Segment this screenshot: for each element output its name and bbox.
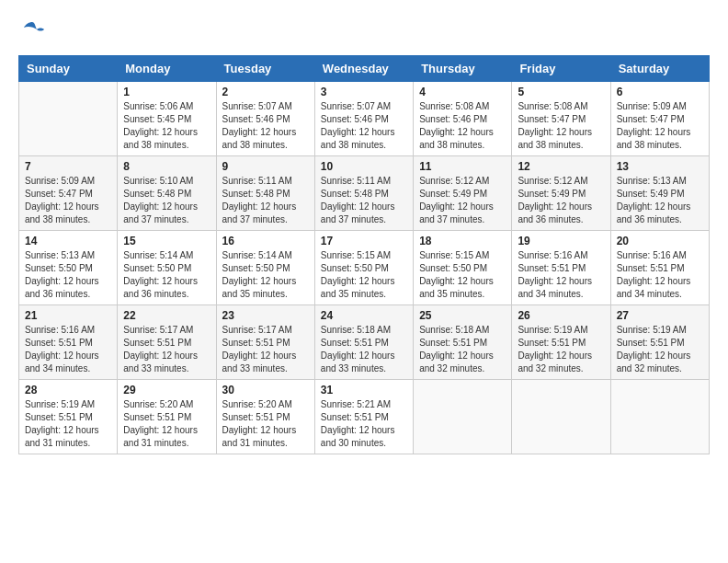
day-info: Sunrise: 5:20 AMSunset: 5:51 PMDaylight:… <box>123 398 210 450</box>
daylight-text-cont: and 38 minutes. <box>321 139 407 152</box>
daylight-text-cont: and 30 minutes. <box>321 437 407 450</box>
day-number: 3 <box>321 86 407 98</box>
daylight-text-cont: and 38 minutes. <box>518 139 604 152</box>
daylight-text-cont: and 36 minutes. <box>123 288 210 301</box>
sunrise-text: Sunrise: 5:11 AM <box>321 175 407 188</box>
daylight-text-cont: and 37 minutes. <box>321 213 407 226</box>
daylight-text-cont: and 34 minutes. <box>25 362 111 375</box>
sunset-text: Sunset: 5:45 PM <box>123 113 210 126</box>
sunrise-text: Sunrise: 5:15 AM <box>419 249 506 262</box>
day-number: 25 <box>419 309 506 322</box>
daylight-text: Daylight: 12 hours <box>321 275 407 288</box>
daylight-text-cont: and 35 minutes. <box>222 288 309 301</box>
calendar-cell: 13Sunrise: 5:13 AMSunset: 5:49 PMDayligh… <box>610 156 709 231</box>
sunset-text: Sunset: 5:47 PM <box>518 113 604 126</box>
day-info: Sunrise: 5:11 AMSunset: 5:48 PMDaylight:… <box>321 175 407 226</box>
day-number: 23 <box>222 309 309 322</box>
calendar-cell: 9Sunrise: 5:11 AMSunset: 5:48 PMDaylight… <box>216 156 314 231</box>
daylight-text: Daylight: 12 hours <box>419 201 506 213</box>
daylight-text: Daylight: 12 hours <box>419 126 506 139</box>
day-info: Sunrise: 5:18 AMSunset: 5:51 PMDaylight:… <box>419 324 506 375</box>
day-number: 9 <box>222 160 309 173</box>
day-info: Sunrise: 5:16 AMSunset: 5:51 PMDaylight:… <box>518 249 604 301</box>
sunset-text: Sunset: 5:47 PM <box>25 188 111 201</box>
day-info: Sunrise: 5:17 AMSunset: 5:51 PMDaylight:… <box>222 324 309 375</box>
daylight-text-cont: and 36 minutes. <box>518 213 604 226</box>
day-number: 18 <box>419 235 506 247</box>
daylight-text: Daylight: 12 hours <box>518 350 604 362</box>
calendar-cell: 3Sunrise: 5:07 AMSunset: 5:46 PMDaylight… <box>314 82 413 156</box>
day-number: 22 <box>123 309 210 322</box>
day-number: 26 <box>518 309 604 322</box>
day-info: Sunrise: 5:08 AMSunset: 5:47 PMDaylight:… <box>518 100 604 152</box>
sunset-text: Sunset: 5:51 PM <box>617 337 703 350</box>
daylight-text-cont: and 32 minutes. <box>617 362 703 375</box>
sunrise-text: Sunrise: 5:12 AM <box>518 175 604 188</box>
day-number: 15 <box>123 235 210 247</box>
daylight-text: Daylight: 12 hours <box>518 126 604 139</box>
sunset-text: Sunset: 5:51 PM <box>321 337 407 350</box>
header-day-friday: Friday <box>512 56 610 82</box>
daylight-text-cont: and 31 minutes. <box>123 437 210 450</box>
calendar-cell: 17Sunrise: 5:15 AMSunset: 5:50 PMDayligh… <box>314 231 413 305</box>
header-row: SundayMondayTuesdayWednesdayThursdayFrid… <box>19 56 710 82</box>
calendar-cell: 11Sunrise: 5:12 AMSunset: 5:49 PMDayligh… <box>414 156 512 231</box>
sunrise-text: Sunrise: 5:13 AM <box>617 175 703 188</box>
calendar-cell <box>512 380 610 454</box>
calendar-cell: 30Sunrise: 5:20 AMSunset: 5:51 PMDayligh… <box>216 380 314 454</box>
sunrise-text: Sunrise: 5:09 AM <box>25 175 111 188</box>
calendar-cell: 7Sunrise: 5:09 AMSunset: 5:47 PMDaylight… <box>19 156 118 231</box>
week-row-5: 28Sunrise: 5:19 AMSunset: 5:51 PMDayligh… <box>19 380 710 454</box>
calendar-cell: 6Sunrise: 5:09 AMSunset: 5:47 PMDaylight… <box>610 82 709 156</box>
day-number: 21 <box>25 309 111 322</box>
header-day-sunday: Sunday <box>19 56 118 82</box>
sunrise-text: Sunrise: 5:21 AM <box>321 398 407 411</box>
sunrise-text: Sunrise: 5:20 AM <box>123 398 210 411</box>
daylight-text: Daylight: 12 hours <box>617 126 703 139</box>
daylight-text: Daylight: 12 hours <box>617 201 703 213</box>
daylight-text: Daylight: 12 hours <box>222 424 309 437</box>
day-info: Sunrise: 5:19 AMSunset: 5:51 PMDaylight:… <box>617 324 703 375</box>
daylight-text-cont: and 31 minutes. <box>25 437 111 450</box>
calendar-cell <box>414 380 512 454</box>
day-info: Sunrise: 5:16 AMSunset: 5:51 PMDaylight:… <box>25 324 111 375</box>
sunset-text: Sunset: 5:48 PM <box>222 188 309 201</box>
daylight-text-cont: and 32 minutes. <box>419 362 506 375</box>
calendar-cell: 20Sunrise: 5:16 AMSunset: 5:51 PMDayligh… <box>610 231 709 305</box>
day-info: Sunrise: 5:11 AMSunset: 5:48 PMDaylight:… <box>222 175 309 226</box>
sunrise-text: Sunrise: 5:10 AM <box>123 175 210 188</box>
day-info: Sunrise: 5:14 AMSunset: 5:50 PMDaylight:… <box>123 249 210 301</box>
sunrise-text: Sunrise: 5:07 AM <box>321 100 407 113</box>
daylight-text: Daylight: 12 hours <box>617 350 703 362</box>
day-info: Sunrise: 5:08 AMSunset: 5:46 PMDaylight:… <box>419 100 506 152</box>
sunrise-text: Sunrise: 5:18 AM <box>419 324 506 337</box>
sunset-text: Sunset: 5:51 PM <box>123 337 210 350</box>
day-info: Sunrise: 5:15 AMSunset: 5:50 PMDaylight:… <box>419 249 506 301</box>
daylight-text: Daylight: 12 hours <box>321 424 407 437</box>
daylight-text: Daylight: 12 hours <box>123 275 210 288</box>
day-number: 17 <box>321 235 407 247</box>
daylight-text: Daylight: 12 hours <box>321 350 407 362</box>
logo <box>18 18 50 40</box>
calendar-body: 1Sunrise: 5:06 AMSunset: 5:45 PMDaylight… <box>19 82 710 454</box>
day-info: Sunrise: 5:12 AMSunset: 5:49 PMDaylight:… <box>518 175 604 226</box>
logo-icon <box>18 18 46 40</box>
day-info: Sunrise: 5:21 AMSunset: 5:51 PMDaylight:… <box>321 398 407 450</box>
daylight-text: Daylight: 12 hours <box>222 350 309 362</box>
daylight-text: Daylight: 12 hours <box>321 201 407 213</box>
day-number: 4 <box>419 86 506 98</box>
day-info: Sunrise: 5:13 AMSunset: 5:50 PMDaylight:… <box>25 249 111 301</box>
day-info: Sunrise: 5:09 AMSunset: 5:47 PMDaylight:… <box>617 100 703 152</box>
week-row-3: 14Sunrise: 5:13 AMSunset: 5:50 PMDayligh… <box>19 231 710 305</box>
calendar-cell: 18Sunrise: 5:15 AMSunset: 5:50 PMDayligh… <box>414 231 512 305</box>
week-row-2: 7Sunrise: 5:09 AMSunset: 5:47 PMDaylight… <box>19 156 710 231</box>
day-info: Sunrise: 5:13 AMSunset: 5:49 PMDaylight:… <box>617 175 703 226</box>
daylight-text-cont: and 37 minutes. <box>222 213 309 226</box>
page-header <box>18 18 710 40</box>
sunset-text: Sunset: 5:51 PM <box>518 262 604 275</box>
daylight-text-cont: and 34 minutes. <box>518 288 604 301</box>
sunset-text: Sunset: 5:49 PM <box>419 188 506 201</box>
calendar-cell: 29Sunrise: 5:20 AMSunset: 5:51 PMDayligh… <box>118 380 216 454</box>
sunset-text: Sunset: 5:51 PM <box>222 411 309 424</box>
day-number: 29 <box>123 384 210 396</box>
